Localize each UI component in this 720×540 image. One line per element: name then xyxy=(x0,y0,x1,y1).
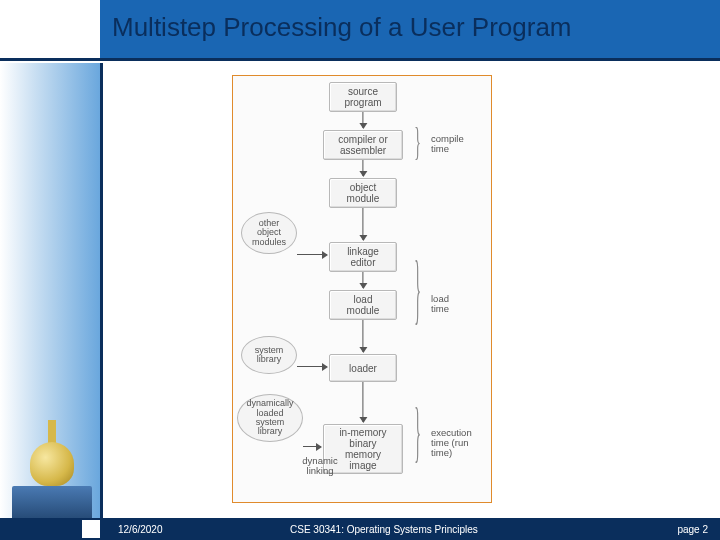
brace-load-time: } xyxy=(414,245,421,335)
label-compile-time: compiletime xyxy=(431,134,464,154)
corner-tab xyxy=(0,0,100,58)
label-load-time: loadtime xyxy=(431,294,449,314)
oval-system-library: systemlibrary xyxy=(241,336,297,374)
harrow-dynlib xyxy=(303,446,321,447)
slide: Multistep Processing of a User Program s… xyxy=(0,0,720,540)
dome-base-icon xyxy=(12,486,92,518)
node-compiler-assembler: compiler orassembler xyxy=(323,130,403,160)
node-object-module: objectmodule xyxy=(329,178,397,208)
nd-dome-logo xyxy=(12,398,92,518)
footer-bar: 12/6/2020 CSE 30341: Operating Systems P… xyxy=(0,518,720,540)
arrow-4 xyxy=(362,272,363,288)
brace-execution-time: } xyxy=(414,394,421,471)
dome-icon xyxy=(30,442,74,486)
header-underline xyxy=(0,58,720,61)
pipeline-diagram: sourceprogram compiler orassembler objec… xyxy=(232,75,492,503)
arrow-5 xyxy=(362,320,363,352)
harrow-other-obj xyxy=(297,254,327,255)
brace-compile-time: } xyxy=(414,120,421,165)
arrow-2 xyxy=(362,160,363,176)
footer-page-number: page 2 xyxy=(677,524,708,535)
arrow-6 xyxy=(362,382,363,422)
node-load-module: loadmodule xyxy=(329,290,397,320)
label-execution-time: executiontime (runtime) xyxy=(431,428,472,458)
node-source-program: sourceprogram xyxy=(329,82,397,112)
footer-course: CSE 30341: Operating Systems Principles xyxy=(290,524,478,535)
dome-spire-icon xyxy=(48,420,56,444)
label-dynamic-linking: dynamiclinking xyxy=(295,456,345,476)
footer-accent-block xyxy=(82,520,100,538)
node-loader: loader xyxy=(329,354,397,382)
oval-other-object-modules: otherobjectmodules xyxy=(241,212,297,254)
footer-date: 12/6/2020 xyxy=(118,524,163,535)
arrow-1 xyxy=(362,112,363,128)
oval-dynamic-library: dynamicallyloadedsystemlibrary xyxy=(237,394,303,442)
slide-title: Multistep Processing of a User Program xyxy=(112,12,572,43)
arrow-3 xyxy=(362,208,363,240)
node-linkage-editor: linkageeditor xyxy=(329,242,397,272)
harrow-syslib xyxy=(297,366,327,367)
